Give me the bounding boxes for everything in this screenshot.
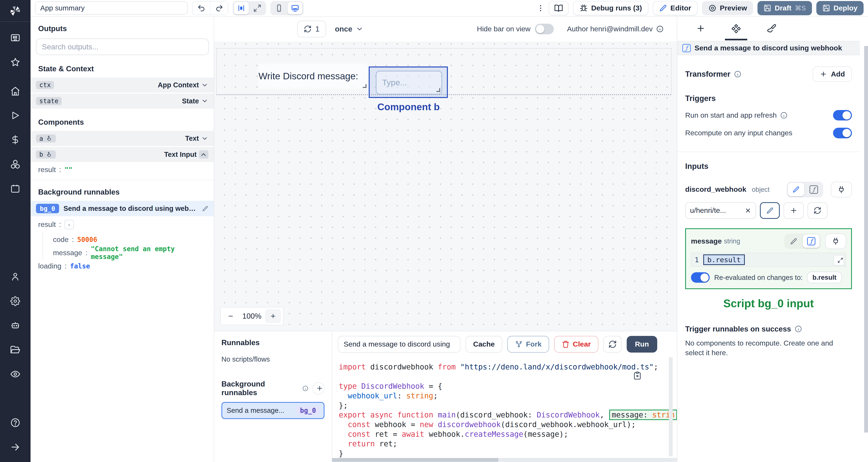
component-b-result-row[interactable]: result: "" <box>31 163 214 176</box>
windmill-logo-icon[interactable] <box>9 4 22 18</box>
more-options-kebab-icon[interactable] <box>533 1 544 15</box>
script-input-annotation: Script bg_0 input <box>677 297 860 310</box>
code-vertical-scrollbar[interactable] <box>669 357 673 456</box>
eval-function-mode-button[interactable]: ƒ <box>806 183 822 196</box>
expression-value[interactable]: b.result <box>703 254 745 265</box>
add-transformer-button[interactable]: Add <box>813 66 852 82</box>
help-icon[interactable] <box>5 415 25 431</box>
hide-bar-toggle[interactable] <box>535 24 554 34</box>
runs-play-icon[interactable] <box>5 107 25 124</box>
info-icon[interactable] <box>656 25 664 33</box>
zoom-in-button[interactable]: + <box>265 309 281 324</box>
fullscreen-layout-button[interactable] <box>250 2 265 14</box>
input-mode-group: ƒ <box>786 182 823 197</box>
refresh-resource-button[interactable] <box>808 202 828 219</box>
recompute-toggle[interactable] <box>833 128 852 138</box>
code-horizontal-scrollbar[interactable] <box>332 458 677 462</box>
deploy-button[interactable]: Deploy <box>816 1 864 15</box>
app-summary-input[interactable] <box>35 1 188 15</box>
bg0-runnable-row[interactable]: bg_0 Send a message to discord using web… <box>31 201 214 216</box>
run-button[interactable]: Run <box>627 336 657 353</box>
output-row-component-b[interactable]: b Text Input <box>31 147 214 162</box>
editor-tab-button[interactable]: Editor <box>653 1 698 15</box>
static-pencil-mode-button[interactable] <box>785 234 802 248</box>
expression-editor-line[interactable]: 1 b.result <box>691 253 846 267</box>
selected-component-b[interactable] <box>369 66 448 98</box>
home-icon[interactable] <box>5 83 25 99</box>
text-component-label: Write Discord message: <box>258 71 358 81</box>
output-row-ctx[interactable]: ctx App Context <box>31 77 214 92</box>
audit-eye-icon[interactable] <box>5 366 25 383</box>
bg0-runnable-item[interactable]: Send a message... bg_0 <box>221 402 324 419</box>
resize-handle[interactable] <box>436 88 440 92</box>
output-row-state[interactable]: state State <box>31 94 214 108</box>
apps-icon[interactable] <box>5 30 25 46</box>
clear-resource-x-icon[interactable] <box>745 207 751 214</box>
preview-tab-button[interactable]: Preview <box>702 1 753 15</box>
debug-runs-button[interactable]: Debug runs (3) <box>573 1 648 15</box>
code-editor[interactable]: import discordwebhook from "https://deno… <box>332 357 677 462</box>
app-canvas[interactable]: Write Discord message: Component b − 100… <box>214 41 677 331</box>
collapse-arrow-right-icon[interactable] <box>5 439 25 455</box>
schedules-calendar-icon[interactable] <box>5 180 25 197</box>
bg0-result-key: result <box>38 221 56 229</box>
reevaluate-row: Re-evaluated on changes to: b.result <box>691 272 846 284</box>
bg0-result-row[interactable]: result: - <box>31 216 214 233</box>
expand-editor-icon[interactable] <box>834 255 844 265</box>
discord-webhook-key: discord_webhook <box>685 185 746 194</box>
resize-handle[interactable] <box>363 84 367 88</box>
insert-component-tab[interactable] <box>689 23 712 40</box>
workers-robot-icon[interactable] <box>5 317 25 334</box>
folders-icon[interactable] <box>5 341 25 358</box>
run-on-start-toggle[interactable] <box>833 110 852 121</box>
rail-divider <box>0 22 31 22</box>
centered-layout-button[interactable] <box>234 2 249 14</box>
resource-picker-row: u/henri/te... <box>677 202 860 219</box>
eval-function-mode-button[interactable]: ƒ <box>803 234 819 248</box>
styling-brush-tab[interactable] <box>761 23 783 40</box>
collapse-result-button[interactable]: - <box>64 220 74 229</box>
desktop-view-button[interactable] <box>287 2 302 14</box>
reevaluate-target-chip[interactable]: b.result <box>807 272 842 284</box>
cache-button[interactable]: Cache <box>466 336 502 353</box>
copy-code-icon[interactable] <box>629 370 645 381</box>
text-component-a[interactable]: Write Discord message: <box>258 64 367 89</box>
resources-boxes-icon[interactable] <box>5 156 25 172</box>
add-bg-runnable-button[interactable] <box>312 382 325 395</box>
refresh-mode-dropdown[interactable]: once <box>332 24 367 34</box>
triggers-heading: Triggers <box>685 94 716 103</box>
favorites-star-icon[interactable] <box>5 54 25 71</box>
connect-plug-button[interactable] <box>825 233 846 249</box>
output-row-component-a[interactable]: a Text <box>31 131 214 146</box>
user-icon[interactable] <box>5 268 25 285</box>
redo-button[interactable] <box>210 1 228 15</box>
fork-button[interactable]: Fork <box>507 336 549 353</box>
connect-plug-button[interactable] <box>831 182 852 197</box>
undo-button[interactable] <box>192 1 210 15</box>
refresh-count-box[interactable]: 1 <box>297 21 326 37</box>
background-runnables-heading: Background runnables <box>38 188 206 196</box>
create-resource-button[interactable] <box>784 202 804 219</box>
state-kind-label: State <box>182 97 199 105</box>
edit-pencil-icon[interactable] <box>202 206 208 211</box>
clear-button[interactable]: Clear <box>554 336 598 353</box>
collapse-chevron-up-icon[interactable] <box>199 151 208 159</box>
refresh-run-button[interactable] <box>603 336 622 353</box>
mobile-view-button[interactable] <box>272 2 286 14</box>
variables-dollar-icon[interactable] <box>5 132 25 148</box>
search-outputs-input[interactable] <box>36 38 209 55</box>
settings-gear-icon[interactable] <box>5 293 25 309</box>
zoom-out-button[interactable]: − <box>223 309 239 324</box>
draft-button[interactable]: Draft ⌘S <box>757 1 812 15</box>
resource-input[interactable]: u/henri/te... <box>685 202 756 219</box>
page-scrollbar[interactable] <box>860 16 868 462</box>
reevaluate-toggle[interactable] <box>691 272 710 283</box>
bg0-loading-row: loading: false <box>31 259 214 273</box>
docs-book-button[interactable] <box>549 1 569 15</box>
edit-resource-button[interactable] <box>760 202 780 219</box>
static-pencil-mode-button[interactable] <box>788 183 805 196</box>
text-input-component[interactable] <box>376 71 442 94</box>
runnable-name-input[interactable] <box>338 336 461 353</box>
discord-webhook-type: object <box>752 186 770 193</box>
component-settings-tab[interactable] <box>725 23 747 40</box>
